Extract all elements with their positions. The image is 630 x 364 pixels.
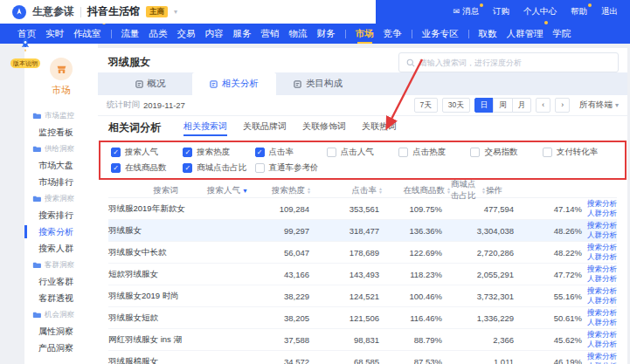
nav-item[interactable]: 流量 xyxy=(121,24,140,44)
metric-checkbox[interactable]: ✓ 直通车参考价 xyxy=(255,162,327,174)
word-type-tab[interactable]: 相关搜索词 xyxy=(183,120,227,135)
search-analysis-link[interactable]: 搜索分析 xyxy=(587,200,617,209)
metric-checkbox[interactable]: ✓ 点击率 xyxy=(255,147,327,158)
sidebar-item[interactable]: 市场监控 xyxy=(24,107,98,124)
nav-item[interactable]: 品类 xyxy=(149,24,168,44)
word-type-tab[interactable]: 关联热词 xyxy=(362,120,397,135)
range-7d-button[interactable]: 7天 xyxy=(414,98,438,113)
check-icon: ✓ xyxy=(184,165,190,172)
account-link[interactable]: ✉订购 xyxy=(493,6,509,17)
version-badge[interactable]: 版本说明 xyxy=(10,58,40,68)
audience-analysis-link[interactable]: 人群分析 xyxy=(587,231,617,240)
account-link[interactable]: ✉个人中心 xyxy=(523,6,557,17)
search-analysis-link[interactable]: 搜索分析 xyxy=(587,265,617,274)
sidebar-item[interactable]: 搜索排行 xyxy=(24,207,98,223)
audience-analysis-link[interactable]: 人群分析 xyxy=(587,275,617,284)
metric-checkbox[interactable]: ✓ 商城点击占比 xyxy=(183,162,254,174)
nav-item[interactable]: 营销 xyxy=(261,24,280,44)
word-type-tab[interactable]: 关联品牌词 xyxy=(243,120,287,135)
nav-item[interactable] xyxy=(468,30,469,38)
table-row: 羽绒服女中长款 56,047 178,689 122.69% 2,720,286… xyxy=(108,242,617,264)
granularity-week-button[interactable]: 周 xyxy=(493,98,513,113)
column-header[interactable]: 搜索词 ▲▼ xyxy=(108,185,178,196)
content-tab[interactable]: 类目构成 xyxy=(276,72,360,95)
nav-item[interactable]: 交易 xyxy=(177,24,196,44)
table-row: 羽绒服女 99,297 318,477 136.36% 3,304,038 48… xyxy=(108,220,617,242)
nav-item[interactable]: 服务 xyxy=(233,24,252,44)
column-header[interactable]: 搜索热度 ▲▼ xyxy=(248,185,311,196)
search-analysis-link[interactable]: 搜索分析 xyxy=(587,353,617,361)
granularity-day-button[interactable]: 日 xyxy=(474,98,495,113)
metric-checkbox[interactable]: ✓ 搜索热度 xyxy=(183,147,254,158)
sidebar-item[interactable]: 属性洞察 xyxy=(24,323,98,340)
audience-analysis-link[interactable]: 人群分析 xyxy=(587,340,617,349)
nav-item[interactable]: 学院 xyxy=(553,24,571,44)
sidebar-item[interactable]: 客群透视 xyxy=(24,290,98,306)
nav-item[interactable]: 业务专区 xyxy=(422,24,459,44)
search-input[interactable] xyxy=(419,58,611,67)
metric-checkbox[interactable]: ✓ 在线商品数 xyxy=(111,162,183,174)
prev-period-button[interactable]: ‹ xyxy=(536,98,550,113)
search-analysis-link[interactable]: 搜索分析 xyxy=(587,331,617,340)
sidebar-item[interactable]: 市场大盘 xyxy=(24,157,98,174)
word-type-tab[interactable]: 关联修饰词 xyxy=(302,120,346,135)
nav-item[interactable]: 物流 xyxy=(289,24,308,44)
nav-item[interactable]: 实时 xyxy=(45,24,64,44)
terminal-dropdown[interactable]: 所有终端 ▾ xyxy=(579,100,619,111)
message-icon: ✉ xyxy=(453,8,460,16)
nav-item[interactable]: 财务 xyxy=(317,24,336,44)
range-30d-button[interactable]: 30天 xyxy=(442,98,470,113)
search-analysis-link[interactable]: 搜索分析 xyxy=(587,287,617,296)
nav-item[interactable]: 内容 xyxy=(205,24,224,44)
account-link[interactable]: ✉帮助 xyxy=(571,6,587,17)
column-header[interactable]: 点击率 ▲▼ xyxy=(311,185,383,196)
search-analysis-link[interactable]: 搜索分析 xyxy=(587,222,617,230)
actions-cell: 搜索分析 人群分析 xyxy=(582,265,617,284)
granularity-month-button[interactable]: 月 xyxy=(512,98,532,113)
audience-analysis-link[interactable]: 人群分析 xyxy=(587,319,617,327)
nav-item[interactable]: 取数 xyxy=(479,24,497,44)
nav-item[interactable]: 作战室 xyxy=(73,24,101,44)
nav-item[interactable] xyxy=(111,30,112,38)
audience-analysis-link[interactable]: 人群分析 xyxy=(587,209,617,218)
search-analysis-link[interactable]: 搜索分析 xyxy=(587,244,617,252)
metric-checkbox[interactable]: ✓ 点击热度 xyxy=(398,147,470,158)
nav-item[interactable]: 市场 xyxy=(356,24,374,44)
sort-icon[interactable]: ▲▼ xyxy=(242,188,248,194)
online-products-cell: 477,594 xyxy=(442,204,514,214)
content-tab[interactable]: 概况 xyxy=(108,72,192,95)
sidebar-item[interactable]: 供给洞察 xyxy=(24,141,98,157)
column-header[interactable]: 搜索人气 ▲▼ xyxy=(178,185,248,196)
audience-analysis-link[interactable]: 人群分析 xyxy=(587,297,617,306)
nav-item[interactable] xyxy=(345,30,346,38)
sidebar-item[interactable]: 市场排行 xyxy=(24,174,98,190)
search-popularity-cell: 99,297 xyxy=(239,226,309,236)
nav-item[interactable]: 竞争 xyxy=(384,24,402,44)
sidebar-item[interactable]: 产品洞察 xyxy=(24,340,98,356)
column-header[interactable]: 商城点击占比 ▲▼ xyxy=(451,179,486,202)
content-tab[interactable]: 相关分析 xyxy=(192,72,276,95)
search-popularity-cell: 38,229 xyxy=(239,292,309,301)
version-widget[interactable]: 版本说明 xyxy=(3,36,47,69)
sidebar-item[interactable]: 客群洞察 xyxy=(24,257,98,273)
metric-checkbox[interactable]: ✓ 交易指数 xyxy=(470,147,542,158)
next-period-button[interactable]: › xyxy=(555,98,570,113)
sidebar-item[interactable]: 行业客群 xyxy=(24,273,98,290)
sidebar-item[interactable]: 监控看板 xyxy=(24,124,98,141)
audience-analysis-link[interactable]: 人群分析 xyxy=(587,253,617,262)
sidebar-item[interactable]: 搜索人群 xyxy=(24,240,98,257)
column-header[interactable]: 在线商品数 ▲▼ xyxy=(383,185,451,196)
metric-checkbox[interactable]: ✓ 支付转化率 xyxy=(543,147,614,158)
nav-item[interactable]: 人群管理 xyxy=(507,24,543,44)
metric-checkbox[interactable]: ✓ 点击人气 xyxy=(327,147,398,158)
account-link[interactable]: ✉消息 xyxy=(453,6,479,17)
nav-item[interactable] xyxy=(412,30,412,38)
metric-checkbox[interactable]: ✓ 搜索人气 xyxy=(111,147,183,158)
sidebar-item[interactable]: 机会洞察 xyxy=(24,306,98,323)
chevron-down-icon[interactable]: ▾ xyxy=(174,8,177,16)
search-analysis-link[interactable]: 搜索分析 xyxy=(587,309,617,318)
sidebar-item[interactable]: 搜索洞察 xyxy=(24,190,98,207)
sidebar-item[interactable]: 搜索分析 xyxy=(24,223,98,240)
account-link[interactable]: ✉退出 xyxy=(601,6,618,17)
column-header[interactable]: 操作 ▲▼ xyxy=(486,185,502,196)
